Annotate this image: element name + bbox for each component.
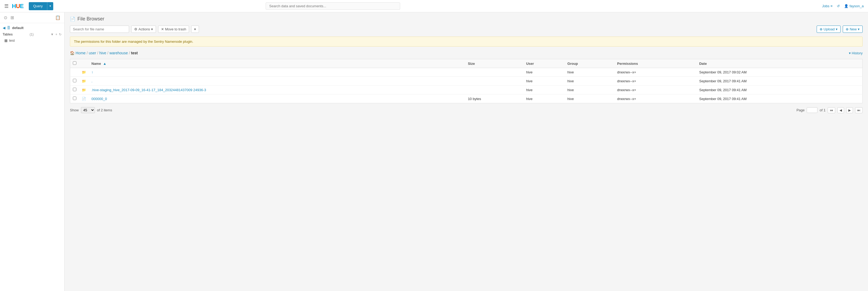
col-date-header: Date <box>696 59 862 68</box>
col-permissions-header: Permissions <box>614 59 696 68</box>
new-dropdown-icon: ▾ <box>858 27 860 31</box>
sidebar-back-button[interactable]: ◀ 🗄 default <box>3 26 62 30</box>
row-permissions-cell: drwxrwx--x+ <box>614 86 696 94</box>
pagination-row: Show 45 25 100 of 2 items Page 1 of 1 ⏮ … <box>70 107 863 113</box>
row-checkbox[interactable] <box>73 88 76 91</box>
sidebar-item-test[interactable]: ▦ test <box>3 37 62 43</box>
select-all-checkbox[interactable] <box>73 61 76 65</box>
sidebar-refresh-icon[interactable]: ↻ <box>59 33 62 36</box>
actions-button[interactable]: ⚙ Actions ▾ <box>131 26 156 33</box>
toolbar-dropdown-button[interactable]: ▾ <box>191 26 199 33</box>
row-checkbox-cell <box>70 86 79 94</box>
page-label: Page <box>797 108 805 112</box>
breadcrumb-hive[interactable]: hive <box>99 51 106 55</box>
row-permissions-cell: drwxrwx--x+ <box>614 94 696 103</box>
filebrowser-title-icon: 📄 <box>70 17 75 22</box>
file-search-input[interactable] <box>70 26 129 33</box>
row-user-cell: hive <box>524 94 565 103</box>
filebrowser-toolbar: ⚙ Actions ▾ ✕ Move to trash ▾ ⊕ Upload ▾… <box>70 26 863 33</box>
row-size-cell: 10 bytes <box>465 94 524 103</box>
sidebar-icon-bar: ⊙ ⊞ 📋 <box>0 12 64 23</box>
sidebar-filter-icon[interactable]: ▼ <box>51 33 54 36</box>
sidebar-clipboard-icon[interactable]: 📋 <box>55 15 61 20</box>
table-row: 📄000000_010 byteshivehivedrwxrwx--x+Sept… <box>70 94 863 103</box>
table-row: 📁.hive-staging_hive_2017-09-09_16-41-17_… <box>70 86 863 94</box>
row-type-icon: 📁 <box>79 86 89 94</box>
breadcrumb-sep2: / <box>97 51 98 55</box>
jobs-link[interactable]: Jobs ≡ <box>822 4 833 8</box>
move-trash-icon: ✕ <box>161 27 164 31</box>
row-checkbox[interactable] <box>73 79 76 82</box>
history-dropdown-icon: ▾ <box>849 51 851 55</box>
row-group-cell: hive <box>565 68 614 77</box>
sidebar: ⊙ ⊞ 📋 ◀ 🗄 default Tables (1) ▼ + ↻ ▦ <box>0 12 65 291</box>
breadcrumb-sep4: / <box>129 51 130 55</box>
hamburger-menu[interactable]: ☰ <box>4 3 9 9</box>
main-content: 📄 File Browser ⚙ Actions ▾ ✕ Move to tra… <box>65 12 868 291</box>
sidebar-db-icon[interactable]: ⊙ <box>4 15 7 20</box>
sidebar-docs-icon[interactable]: ⊞ <box>10 15 14 20</box>
move-to-trash-button[interactable]: ✕ Move to trash <box>158 26 189 33</box>
next-page-button[interactable]: ▶ <box>846 107 853 113</box>
logo-e: E <box>20 3 24 9</box>
filebrowser-header: 📄 File Browser <box>70 16 863 22</box>
row-user-cell: hive <box>524 77 565 86</box>
toolbar-right: ⊕ Upload ▾ ⊕ New ▾ <box>817 26 863 33</box>
sidebar-content: ◀ 🗄 default Tables (1) ▼ + ↻ ▦ test <box>0 23 64 46</box>
logo-u: U <box>16 3 20 9</box>
upload-label: Upload <box>824 27 835 31</box>
col-user-header: User <box>524 59 565 68</box>
row-permissions-cell: drwxrwx--x+ <box>614 77 696 86</box>
col-group-header: Group <box>565 59 614 68</box>
row-size-cell <box>465 68 524 77</box>
username-label: fayson_a <box>849 4 864 8</box>
actions-icon: ⚙ <box>134 27 137 31</box>
sidebar-tables-section: Tables (1) ▼ + ↻ <box>3 31 62 37</box>
col-name-header[interactable]: Name ▲ <box>89 59 465 68</box>
new-button[interactable]: ⊕ New ▾ <box>843 26 863 33</box>
row-date-cell: September 09, 2017 09:41 AM <box>696 94 862 103</box>
breadcrumb-current: test <box>131 51 138 55</box>
file-table: Name ▲ Size User Group Permissions Date … <box>70 59 863 103</box>
row-checkbox[interactable] <box>73 96 76 100</box>
row-name-cell: .hive-staging_hive_2017-09-09_16-41-17_1… <box>89 86 465 94</box>
query-button-group: Query ▾ <box>29 2 53 10</box>
logo-h: H <box>12 3 16 9</box>
sidebar-add-icon[interactable]: + <box>55 33 57 36</box>
new-icon: ⊕ <box>846 27 849 31</box>
breadcrumb-sep1: / <box>87 51 88 55</box>
global-search-input[interactable] <box>266 2 400 10</box>
row-name-cell: ↑ <box>89 68 465 77</box>
row-checkbox-cell <box>70 94 79 103</box>
file-link[interactable]: . <box>91 79 93 83</box>
breadcrumb-warehouse[interactable]: warehouse <box>110 51 128 55</box>
history-icon[interactable]: ↺ <box>837 4 840 8</box>
actions-dropdown-icon: ▾ <box>151 27 153 31</box>
row-name-cell: 000000_0 <box>89 94 465 103</box>
query-dropdown-button[interactable]: ▾ <box>47 2 53 10</box>
breadcrumb-home[interactable]: Home <box>75 51 86 55</box>
file-link[interactable]: .hive-staging_hive_2017-09-09_16-41-17_1… <box>91 88 206 92</box>
file-link[interactable]: ↑ <box>91 70 93 74</box>
user-menu[interactable]: 👤 fayson_a <box>844 4 864 8</box>
upload-button[interactable]: ⊕ Upload ▾ <box>817 26 841 33</box>
col-checkbox <box>70 59 79 68</box>
name-sort-icon: ▲ <box>103 62 106 66</box>
file-link[interactable]: 000000_0 <box>91 97 107 101</box>
query-button[interactable]: Query <box>29 2 47 10</box>
of-pages-label: of 1 <box>819 108 826 112</box>
table-row: 📁.hivehivedrwxrwx--x+September 09, 2017 … <box>70 77 863 86</box>
prev-page-button[interactable]: ◀ <box>837 107 844 113</box>
page-input[interactable]: 1 <box>807 107 817 113</box>
breadcrumb-row: 🏠 Home / user / hive / warehouse / test … <box>70 51 863 55</box>
pagination-left: Show 45 25 100 of 2 items <box>70 107 112 113</box>
new-label: New <box>850 27 857 31</box>
global-search <box>266 2 400 10</box>
breadcrumb-user[interactable]: user <box>89 51 96 55</box>
table-row: 📁↑hivehivedrwxrwx--x+September 09, 2017 … <box>70 68 863 77</box>
history-button[interactable]: ▾ History <box>849 51 863 55</box>
first-page-button[interactable]: ⏮ <box>828 107 835 113</box>
row-permissions-cell: drwxrwx--x+ <box>614 68 696 77</box>
show-select[interactable]: 45 25 100 <box>81 107 95 113</box>
last-page-button[interactable]: ⏭ <box>855 107 863 113</box>
